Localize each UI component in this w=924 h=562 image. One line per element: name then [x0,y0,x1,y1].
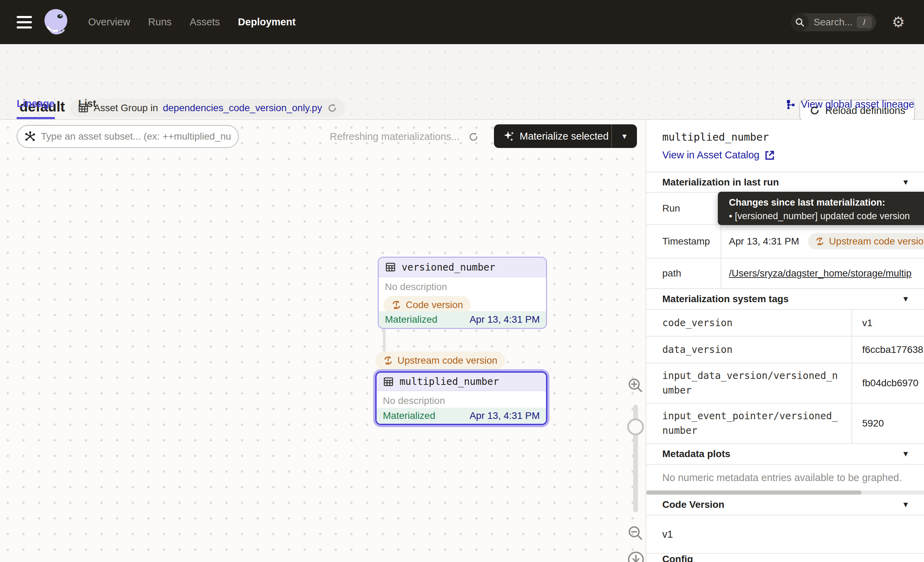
changes-tooltip: Changes since last materialization: • [v… [718,192,924,225]
code-version-change-icon [391,300,402,310]
page-header: default Asset Group in dependencies_code… [0,44,924,120]
refreshing-label: Refreshing materializations... [330,131,460,143]
tag-value: v1 [852,310,924,336]
view-global-asset-lineage-label: View global asset lineage [801,99,914,110]
refresh-icon[interactable] [327,103,338,113]
search-shortcut-badge: / [856,17,872,28]
zoom-slider-handle[interactable] [627,419,644,435]
section-label: Materialization system tags [662,293,789,305]
asset-subset-input[interactable]: Type an asset subset... (ex: ++multiplie… [16,125,239,148]
tooltip-item: • [versioned_number] updated code versio… [729,211,924,222]
section-label: Config [662,554,693,562]
section-label: Materialization in last run [662,177,779,188]
section-metadata-plots[interactable]: Metadata plots ▼ [646,443,924,464]
chevron-down-icon[interactable]: ▼ [902,449,909,458]
asset-group-label: Asset Group in [94,102,158,114]
asset-graph-filter-icon [24,131,36,143]
nav-deployment[interactable]: Deployment [238,17,296,28]
asset-node-versioned-number[interactable]: versioned_number No description Code ver… [378,257,547,329]
tab-lineage[interactable]: Lineage [16,98,55,119]
chevron-down-icon[interactable]: ▼ [902,500,909,509]
code-version-change-icon [383,355,393,366]
section-config[interactable]: Config [646,553,924,562]
upstream-code-version-badge[interactable]: Upstream code version [375,352,505,370]
search-placeholder: Search... [814,17,852,28]
search-input[interactable]: Search... / [791,13,876,31]
download-image-icon[interactable] [627,550,645,562]
table-icon [385,261,396,273]
sparkle-icon [502,130,515,143]
tooltip-title: Changes since last materialization: [729,197,924,208]
view-tabs: Lineage List [16,98,96,119]
asset-detail-panel: multiplied_number View in Asset Catalog … [646,120,924,562]
external-link-icon [764,150,775,161]
top-nav: Overview Runs Assets Deployment Search..… [0,0,924,44]
asset-subset-placeholder: Type an asset subset... (ex: ++multiplie… [41,131,231,142]
horizontal-scrollbar[interactable] [646,490,924,494]
refreshing-status: Refreshing materializations... [330,131,479,143]
row-label: Timestamp [646,225,721,258]
panel-asset-title: multiplied_number [662,131,924,143]
node-status: Materialized [385,314,437,325]
scrollbar-thumb[interactable] [646,490,861,494]
nav-runs[interactable]: Runs [148,17,172,28]
tag-row-code-version: code_version v1 [646,309,924,336]
badge-label: Upstream code version [829,236,924,247]
primary-nav: Overview Runs Assets Deployment [88,17,296,28]
tag-key: code_version [646,310,852,336]
tag-key: data_version [646,337,852,363]
settings-gear-icon[interactable]: ⚙ [888,14,909,30]
chevron-down-icon[interactable]: ▼ [902,178,909,187]
asset-group-file-link[interactable]: dependencies_code_version_only.py [163,102,322,114]
view-global-asset-lineage-link[interactable]: View global asset lineage [786,99,914,110]
section-label: Code Version [662,499,724,510]
nav-assets[interactable]: Assets [190,17,220,28]
section-code-version[interactable]: Code Version ▼ [646,494,924,515]
section-label: Metadata plots [662,448,730,460]
menu-icon[interactable] [16,16,32,29]
lineage-graph-icon [786,99,796,110]
node-description: No description [379,277,546,293]
section-system-tags[interactable]: Materialization system tags ▼ [646,288,924,309]
node-timestamp[interactable]: Apr 13, 4:31 PM [470,314,540,325]
tag-value: fb04dcb6970 [852,363,924,403]
view-in-asset-catalog-label: View in Asset Catalog [662,149,759,161]
timestamp-value[interactable]: Apr 13, 4:31 PM [729,236,799,247]
table-row-timestamp: Timestamp Apr 13, 4:31 PM Upstream code … [646,224,924,258]
code-version-value: v1 [646,515,924,553]
refresh-icon[interactable] [468,131,479,143]
tag-key: input_event_pointer/versioned_number [646,404,852,443]
node-name: multiplied_number [399,376,499,387]
nav-overview[interactable]: Overview [88,17,130,28]
materialize-selected-button[interactable]: Materialize selected ▾ [494,124,637,148]
tag-value: 5920 [852,404,924,443]
tag-row-input-data-version: input_data_version/versioned_number fb04… [646,363,924,403]
path-link[interactable]: /Users/sryza/dagster_home/storage/multip [729,268,912,279]
metadata-plots-empty: No numeric metadata entries available to… [646,464,924,490]
asset-node-multiplied-number[interactable]: multiplied_number No description Materia… [375,371,548,425]
tab-list[interactable]: List [78,98,96,119]
materialize-dropdown-caret[interactable]: ▾ [612,131,637,141]
lineage-canvas[interactable]: Type an asset subset... (ex: ++multiplie… [0,120,646,562]
asset-group-chip: Asset Group in dependencies_code_version… [70,99,345,117]
section-materialization-last-run[interactable]: Materialization in last run ▼ [646,171,924,192]
tag-row-data-version: data_version f6ccba177638 [646,336,924,363]
upstream-code-version-badge[interactable]: Upstream code version [808,233,924,249]
view-in-asset-catalog-link[interactable]: View in Asset Catalog [662,149,924,161]
table-row-path: path /Users/sryza/dagster_home/storage/m… [646,258,924,288]
materialize-selected-label: Materialize selected [520,131,609,142]
zoom-out-icon[interactable] [627,524,644,542]
dagster-app: Overview Runs Assets Deployment Search..… [0,0,924,562]
zoom-in-icon[interactable] [627,377,644,394]
dagster-logo-icon[interactable] [42,8,70,36]
code-version-change-icon [815,236,825,246]
row-label: path [646,258,721,288]
chevron-down-icon[interactable]: ▼ [902,295,909,304]
node-description: No description [376,391,546,406]
node-status: Materialized [383,410,435,421]
tag-value: f6ccba177638 [852,337,924,363]
node-timestamp[interactable]: Apr 13, 4:31 PM [470,410,540,421]
table-icon [383,376,394,387]
tag-row-input-event-pointer: input_event_pointer/versioned_number 592… [646,403,924,443]
search-icon [791,13,809,31]
